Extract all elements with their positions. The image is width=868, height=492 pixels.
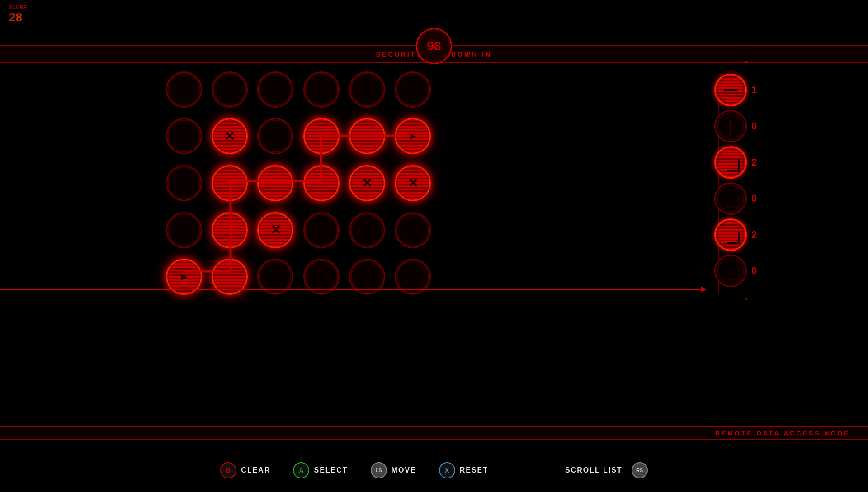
grid-cell-2-0[interactable] xyxy=(163,161,205,205)
node-2-4[interactable] xyxy=(349,165,385,201)
button-a[interactable]: A xyxy=(293,462,309,478)
node-1-0[interactable] xyxy=(166,118,202,154)
grid-cell-1-2[interactable] xyxy=(255,115,297,158)
node-0-1[interactable] xyxy=(212,71,248,108)
grid-cell-4-0[interactable] xyxy=(163,255,205,298)
label-clear: CLEAR xyxy=(241,466,270,474)
panel-count-1: 0 xyxy=(751,120,760,132)
panel-node-4 xyxy=(714,218,747,251)
grid-cell-3-1[interactable] xyxy=(208,208,250,252)
grid-cell-1-4[interactable] xyxy=(346,115,388,158)
panel-count-4: 2 xyxy=(751,229,760,241)
button-x[interactable]: X xyxy=(439,462,455,478)
control-scroll-list: SCROLL LIST RS xyxy=(565,462,648,478)
node-1-4[interactable] xyxy=(349,118,385,154)
panel-node-3 xyxy=(714,182,747,215)
panel-row-3: 0 xyxy=(714,182,778,215)
node-0-3[interactable] xyxy=(303,71,340,108)
panel-count-0: 1 xyxy=(751,84,760,96)
label-move: MOVE xyxy=(392,466,416,474)
scroll-list-label: SCROLL LIST xyxy=(565,466,623,474)
button-b[interactable]: B xyxy=(220,462,236,478)
score-area: SCORE 28 xyxy=(9,5,27,24)
panel-row-0: 1 xyxy=(714,74,778,106)
node-0-4[interactable] xyxy=(349,71,385,108)
grid-cell-4-3[interactable] xyxy=(300,255,342,298)
grid-cell-1-0[interactable] xyxy=(163,115,205,158)
node-2-2[interactable] xyxy=(257,165,293,201)
grid-container xyxy=(158,63,439,303)
bottom-bar: REMOTE DATA ACCESS NODE xyxy=(0,426,868,440)
timer-circle: 98 xyxy=(416,28,452,64)
node-1-1[interactable] xyxy=(212,118,248,154)
score-label: SCORE xyxy=(9,5,27,10)
panel-row-4: 2 xyxy=(714,218,778,251)
grid-cell-2-3[interactable] xyxy=(300,161,342,205)
node-3-2[interactable] xyxy=(257,212,293,248)
node-2-5[interactable] xyxy=(395,165,431,201)
node-3-0[interactable] xyxy=(166,212,202,248)
grid-cell-3-3[interactable] xyxy=(300,208,342,252)
panel-node-2 xyxy=(714,146,747,179)
control-reset: X RESET xyxy=(439,462,488,478)
panel-up-arrow: ⌃ xyxy=(742,59,750,70)
panel-count-2: 2 xyxy=(751,156,760,168)
score-value: 28 xyxy=(9,10,27,24)
node-3-5[interactable] xyxy=(395,212,431,248)
node-1-2[interactable] xyxy=(257,118,293,154)
control-select: A SELECT xyxy=(293,462,348,478)
grid-cell-4-5[interactable] xyxy=(392,255,434,298)
grid-cell-2-4[interactable] xyxy=(346,161,388,205)
controls-bar: B CLEAR A SELECT LS MOVE X RESET SCROLL … xyxy=(0,462,868,478)
grid-cell-1-5[interactable] xyxy=(392,115,434,158)
grid-cell-0-5[interactable] xyxy=(392,68,434,111)
node-2-0[interactable] xyxy=(166,165,202,201)
grid-cell-2-1[interactable] xyxy=(208,161,250,205)
panel-row-1: 0 xyxy=(714,110,778,142)
grid-cell-0-3[interactable] xyxy=(300,68,342,111)
timer-value: 98 xyxy=(427,39,441,53)
label-select: SELECT xyxy=(314,466,348,474)
button-ls[interactable]: LS xyxy=(371,462,387,478)
node-2-3[interactable] xyxy=(303,165,340,201)
node-0-2[interactable] xyxy=(257,71,293,108)
remote-text: REMOTE DATA ACCESS NODE xyxy=(715,430,850,437)
node-3-4[interactable] xyxy=(349,212,385,248)
grid-cell-1-1[interactable] xyxy=(208,115,250,158)
grid-cell-0-0[interactable] xyxy=(163,68,205,111)
panel-count-3: 0 xyxy=(751,193,760,204)
panel-node-1 xyxy=(714,110,747,142)
panel-row-2: 2 xyxy=(714,146,778,179)
grid-cell-2-2[interactable] xyxy=(255,161,297,205)
node-1-5[interactable] xyxy=(395,118,431,154)
grid-cell-4-4[interactable] xyxy=(346,255,388,298)
grid-cell-0-2[interactable] xyxy=(255,68,297,111)
button-rs[interactable]: RS xyxy=(632,462,648,478)
grid-cell-1-3[interactable] xyxy=(300,115,342,158)
puzzle-area xyxy=(158,63,466,303)
grid-cell-4-2[interactable] xyxy=(255,255,297,298)
node-3-1[interactable] xyxy=(212,212,248,248)
panel-node-0 xyxy=(714,74,747,106)
control-clear: B CLEAR xyxy=(220,462,270,478)
right-panel: ⌃ 102020⌄ xyxy=(714,59,778,303)
node-2-1[interactable] xyxy=(212,165,248,201)
grid-cell-3-5[interactable] xyxy=(392,208,434,252)
control-move: LS MOVE xyxy=(371,462,416,478)
panel-node-5 xyxy=(714,255,747,287)
panel-row-5: 0 xyxy=(714,255,778,287)
grid-cell-3-0[interactable] xyxy=(163,208,205,252)
entry-arrow xyxy=(0,289,703,290)
node-0-5[interactable] xyxy=(395,71,431,108)
grid-cell-0-4[interactable] xyxy=(346,68,388,111)
node-1-3[interactable] xyxy=(303,118,340,154)
node-3-3[interactable] xyxy=(303,212,340,248)
grid-cell-3-2[interactable] xyxy=(255,208,297,252)
grid-cell-4-1[interactable] xyxy=(208,255,250,298)
node-0-0[interactable] xyxy=(166,71,202,108)
label-reset: RESET xyxy=(460,466,488,474)
grid-cell-2-5[interactable] xyxy=(392,161,434,205)
grid-cell-0-1[interactable] xyxy=(208,68,250,111)
panel-down-arrow: ⌄ xyxy=(742,291,750,302)
grid-cell-3-4[interactable] xyxy=(346,208,388,252)
